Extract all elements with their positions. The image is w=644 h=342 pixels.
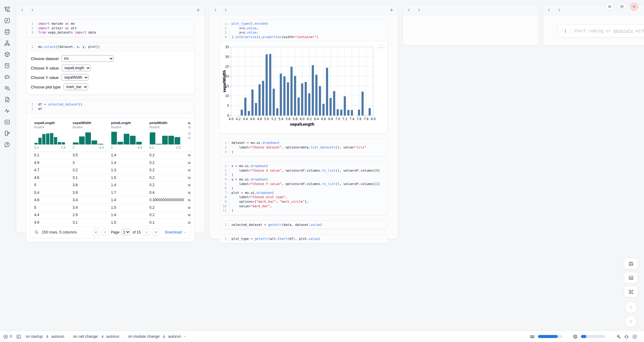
table-cell: 4.6	[30, 176, 69, 180]
vstack-cell[interactable]: 1mo.vstack([dataset, x, y, plot]) Choose…	[26, 42, 195, 95]
range-min: 2	[73, 146, 74, 149]
expand-column-right-icon[interactable]	[557, 8, 561, 12]
code-text: df	[36, 107, 42, 111]
xy-plot-dropdowns-cell[interactable]: 1⌄x = mo.ui.dropdown(2 label="Choose X v…	[220, 162, 388, 215]
collapse-column-left-icon[interactable]	[407, 8, 411, 12]
dropdown-select[interactable]: sepalLength	[62, 65, 91, 71]
code-editor[interactable]: 1selected_dataset = getattr(data, datase…	[220, 221, 388, 229]
assistant-icon[interactable]	[624, 334, 629, 339]
page-count-label: of 15	[133, 230, 141, 234]
settings-button[interactable]	[618, 2, 626, 11]
code-text: x = mo.ui.dropdown(	[229, 164, 268, 168]
sparkles-icon[interactable]	[616, 334, 621, 339]
expand-column-right-icon[interactable]	[417, 8, 421, 12]
package-icon[interactable]	[4, 51, 10, 58]
autorun-settings: on startup:autorunon cell change:autorun…	[26, 333, 187, 340]
download-button[interactable]: Download	[165, 230, 187, 234]
code-editor[interactable]: 1⌄x = mo.ui.dropdown(2 label="Choose X v…	[220, 162, 388, 215]
code-editor[interactable]: 1df = selected_dataset()2df	[27, 100, 194, 113]
table-cell: 3.5	[69, 153, 107, 157]
previous-page-button[interactable]	[102, 229, 109, 236]
code-editor[interactable]: 1import marimo as mo2import altair as al…	[27, 20, 194, 37]
function-square-icon[interactable]	[4, 17, 10, 24]
vstack-output: Choose datasetirisChoose X valuesepalLen…	[27, 51, 194, 94]
expand-column-right-icon[interactable]	[30, 8, 34, 12]
dropdown-select[interactable]: iris	[61, 55, 114, 62]
page-select[interactable]: 1	[122, 229, 131, 235]
last-page-button[interactable]	[152, 229, 159, 236]
help-icon[interactable]	[4, 141, 10, 148]
add-cell-button[interactable]	[196, 8, 201, 12]
menu-button[interactable]	[606, 2, 614, 11]
autorun-setting[interactable]: on cell change:autorun	[73, 334, 119, 339]
column-stat: nulls:	[188, 136, 191, 140]
add-cell-button[interactable]	[389, 8, 394, 12]
document-icon[interactable]	[4, 96, 10, 103]
close-button[interactable]	[630, 2, 638, 11]
plot-type-cell[interactable]: 1plot_type = getattr(alt.Chart(df), plot…	[220, 234, 388, 244]
table-row: 4.63.41.40.30000000000000004setosa	[30, 197, 190, 204]
file-tree-icon[interactable]	[4, 6, 10, 12]
fold-spacer	[227, 195, 229, 199]
table-row: 4.931.40.2setosa	[30, 159, 190, 167]
snippets-icon[interactable]	[4, 119, 10, 125]
search-icon[interactable]	[34, 230, 39, 234]
svg-text:5.4: 5.4	[278, 117, 283, 121]
new-empty-cell[interactable]: 1 Start coding or generate with	[558, 24, 644, 37]
fold-spacer	[33, 26, 36, 30]
stop-button[interactable]	[625, 302, 637, 313]
altair-bar-chart[interactable]: 4.04.24.44.64.85.05.25.45.65.86.06.26.46…	[222, 44, 388, 130]
code-editor[interactable]: 1 Start coding or generate with	[558, 25, 644, 37]
connection-status-icon[interactable]	[632, 334, 637, 339]
chat-bot-icon[interactable]	[4, 74, 10, 80]
imports-cell[interactable]: 1import marimo as mo2import altair as al…	[26, 19, 195, 37]
dataframe-output: sepalLengthfloat644.37.9sepalWidthfloat6…	[27, 113, 194, 238]
scratchpad-icon[interactable]	[4, 130, 10, 137]
table-cell: 3.4	[69, 205, 107, 210]
run-icon	[628, 319, 634, 324]
scroll-icon[interactable]	[4, 62, 10, 69]
activity-icon[interactable]	[4, 108, 10, 114]
line-number: 8	[220, 195, 227, 199]
command-palette-button[interactable]	[624, 286, 638, 297]
table-cell: 3.4	[69, 198, 107, 202]
code-editor[interactable]: 1⌄plot_type().encode(2 x=x.value,3 y=y.v…	[220, 20, 388, 41]
code-editor[interactable]: 1mo.vstack([dataset, x, y, plot])	[27, 43, 194, 51]
left-sidebar-rail	[0, 0, 14, 331]
column-dtype: float64	[34, 125, 66, 129]
code-editor[interactable]: 1plot_type = getattr(alt.Chart(df), plot…	[220, 235, 388, 243]
collapse-column-left-icon[interactable]	[213, 8, 218, 12]
code-line: 11)	[220, 208, 388, 213]
generate-link[interactable]: generate	[613, 28, 633, 33]
collapse-column-left-icon[interactable]	[547, 8, 551, 12]
layout-button[interactable]	[624, 272, 638, 283]
next-page-button[interactable]	[143, 229, 150, 236]
dropdown-select[interactable]: mark_bar	[63, 84, 88, 90]
fold-spacer	[227, 168, 229, 173]
dataframe-cell[interactable]: 1df = selected_dataset()2df sepalLengthf…	[26, 100, 195, 242]
divider	[123, 333, 124, 340]
save-button[interactable]	[624, 258, 638, 269]
first-page-button[interactable]	[93, 229, 100, 236]
selected-dataset-cell[interactable]: 1selected_dataset = getattr(data, datase…	[220, 220, 388, 230]
terminal-icon[interactable]	[16, 334, 21, 339]
code-line: 3 y=y.value,	[220, 30, 388, 35]
svg-text:7.0: 7.0	[335, 117, 340, 121]
error-indicator[interactable]: 0	[3, 334, 12, 339]
expand-column-right-icon[interactable]	[224, 8, 228, 12]
dependency-graph-icon[interactable]	[4, 40, 10, 46]
plot-cell[interactable]: 1⌄plot_type().encode(2 x=x.value,3 y=y.v…	[220, 19, 388, 133]
dataset-dropdown-cell[interactable]: 1⌄dataset = mo.ui.dropdown(2 label="Choo…	[220, 138, 388, 156]
line-number: 7	[220, 191, 227, 195]
collapse-column-left-icon[interactable]	[20, 8, 24, 12]
database-icon[interactable]	[4, 29, 10, 35]
ram-usage-meter	[538, 335, 562, 338]
run-button[interactable]	[625, 316, 637, 327]
outline-search-icon[interactable]	[4, 85, 10, 91]
autorun-setting[interactable]: on module change:autorun	[128, 334, 187, 339]
code-editor[interactable]: 1⌄dataset = mo.ui.dropdown(2 label="Choo…	[220, 139, 388, 156]
line-number: 3	[220, 150, 227, 154]
autorun-setting[interactable]: on startup:autorun	[26, 334, 64, 339]
dropdown-select[interactable]: sepalWidth	[61, 74, 89, 81]
dropdown-label: Choose Y value	[31, 75, 59, 80]
